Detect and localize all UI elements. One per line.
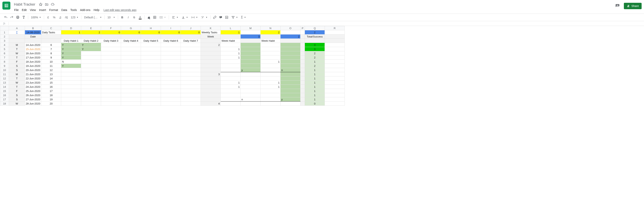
col-header-A[interactable]: A <box>9 26 25 30</box>
percent-button[interactable]: % <box>52 15 57 20</box>
cell-H1[interactable]: 0 <box>141 30 161 34</box>
cell-B7[interactable]: 17-Jun-2020 <box>25 56 41 60</box>
row-header-18[interactable]: 18 <box>0 102 9 106</box>
cell-E7[interactable] <box>81 56 101 60</box>
cell-F1[interactable]: 0 <box>101 30 121 34</box>
cell-Q16[interactable]: 1 <box>305 93 325 97</box>
col-header-M[interactable]: M <box>241 26 260 30</box>
row-header-15[interactable]: 15 <box>0 89 9 93</box>
currency-button[interactable]: £ <box>46 15 51 20</box>
cell-E8[interactable] <box>81 60 101 64</box>
cell-E10[interactable] <box>81 68 101 72</box>
cell-P8[interactable] <box>300 60 305 64</box>
cell-B11[interactable]: 21-Jun-2020 <box>25 72 41 76</box>
cell-M9[interactable] <box>241 64 260 68</box>
cell-I13[interactable] <box>161 80 181 85</box>
cell-A16[interactable]: S <box>9 93 25 97</box>
cell-D4[interactable]: Y <box>61 43 81 47</box>
row-header-4[interactable]: 4 <box>0 43 9 47</box>
menu-file[interactable]: File <box>13 8 20 12</box>
cell-D15[interactable] <box>61 89 81 93</box>
cell-C7[interactable]: 9 <box>41 56 61 60</box>
cell-E12[interactable] <box>81 76 101 80</box>
cell-R13[interactable] <box>325 80 345 85</box>
cell-R3[interactable] <box>325 39 345 43</box>
cell-K4[interactable]: 2 <box>201 43 221 47</box>
cell-G9[interactable] <box>121 64 141 68</box>
cell-O8[interactable] <box>280 60 300 64</box>
cell-E9[interactable] <box>81 64 101 68</box>
cell-O6[interactable] <box>280 51 300 56</box>
cell-F16[interactable] <box>101 93 121 97</box>
cell-O17[interactable]: y <box>280 97 300 102</box>
cell-Q5[interactable]: 3 <box>305 47 325 51</box>
cell-L9[interactable] <box>221 64 241 68</box>
cell-D7[interactable]: Y <box>61 56 81 60</box>
cell-Q1[interactable]: 2 <box>305 30 325 34</box>
cell-R2[interactable] <box>325 34 345 39</box>
cell-B8[interactable]: 18-Jun-2020 <box>25 60 41 64</box>
cell-I10[interactable] <box>161 68 181 72</box>
insert-chart-button[interactable] <box>224 15 229 20</box>
cell-K11[interactable]: 3 <box>201 72 221 76</box>
decrease-decimal-button[interactable]: .0 <box>58 15 63 20</box>
cell-B1[interactable]: 14-06-2020 <box>25 30 41 34</box>
cell-O12[interactable] <box>280 76 300 80</box>
cell-L15[interactable] <box>221 89 241 93</box>
cell-H12[interactable] <box>141 76 161 80</box>
cell-F3[interactable]: Daily Habit 3 <box>101 39 121 43</box>
cell-F12[interactable] <box>101 76 121 80</box>
row-header-1[interactable]: 1 <box>0 30 9 34</box>
cell-N3[interactable]: Week Habit <box>260 39 280 43</box>
cell-A11[interactable]: M <box>9 72 25 76</box>
cell-A4[interactable]: M <box>9 43 25 47</box>
cell-N11[interactable] <box>260 72 280 76</box>
cell-R6[interactable] <box>325 51 345 56</box>
cell-R15[interactable] <box>325 89 345 93</box>
cell-K14[interactable] <box>201 85 221 89</box>
cell-D16[interactable] <box>61 93 81 97</box>
col-header-I[interactable]: I <box>161 26 181 30</box>
cell-E17[interactable] <box>81 97 101 102</box>
cell-I3[interactable]: Daily Habit 6 <box>161 39 181 43</box>
cell-A3[interactable] <box>9 39 25 43</box>
cell-K16[interactable] <box>201 93 221 97</box>
row-header-5[interactable]: 5 <box>0 47 9 51</box>
cell-K8[interactable] <box>201 60 221 64</box>
cell-P15[interactable] <box>300 89 305 93</box>
cell-N14[interactable]: 1 <box>260 85 280 89</box>
cell-H10[interactable] <box>141 68 161 72</box>
row-header-6[interactable]: 6 <box>0 51 9 56</box>
cell-M16[interactable] <box>241 93 260 97</box>
cell-J5[interactable] <box>181 47 201 51</box>
cell-B16[interactable]: 26-Jun-2020 <box>25 93 41 97</box>
cell-G6[interactable] <box>121 51 141 56</box>
text-color-button[interactable]: A <box>138 15 143 20</box>
cell-B17[interactable]: 27-Jun-2020 <box>25 97 41 102</box>
font-dropdown[interactable]: Default (Ari...▼ <box>83 15 103 19</box>
cell-F15[interactable] <box>101 89 121 93</box>
cell-O13[interactable] <box>280 80 300 85</box>
col-header-H[interactable]: H <box>141 26 161 30</box>
cell-G10[interactable] <box>121 68 141 72</box>
cell-I1[interactable]: 0 <box>161 30 181 34</box>
cell-B10[interactable]: 20-Jun-2020 <box>25 68 41 72</box>
share-button[interactable]: Share <box>624 3 642 9</box>
cell-D11[interactable] <box>61 72 81 76</box>
cell-Q3[interactable] <box>305 39 325 43</box>
cell-Q2[interactable]: Total/Success <box>305 34 325 39</box>
cell-Q6[interactable]: 2 <box>305 51 325 56</box>
cell-J9[interactable] <box>181 64 201 68</box>
last-edit-link[interactable]: Last edit was seconds ago <box>104 8 136 12</box>
cell-E2[interactable] <box>81 34 101 39</box>
cell-C4[interactable]: 6 <box>41 43 61 47</box>
cell-L3[interactable]: Week Habit <box>221 39 241 43</box>
cell-Q14[interactable]: 1 <box>305 85 325 89</box>
cell-L11[interactable] <box>221 72 241 76</box>
cell-D2[interactable] <box>61 34 81 39</box>
cell-P18[interactable] <box>300 102 305 106</box>
cell-L2[interactable] <box>221 34 241 39</box>
col-header-E[interactable]: E <box>81 26 101 30</box>
cell-B3[interactable] <box>25 39 41 43</box>
cell-H14[interactable] <box>141 85 161 89</box>
